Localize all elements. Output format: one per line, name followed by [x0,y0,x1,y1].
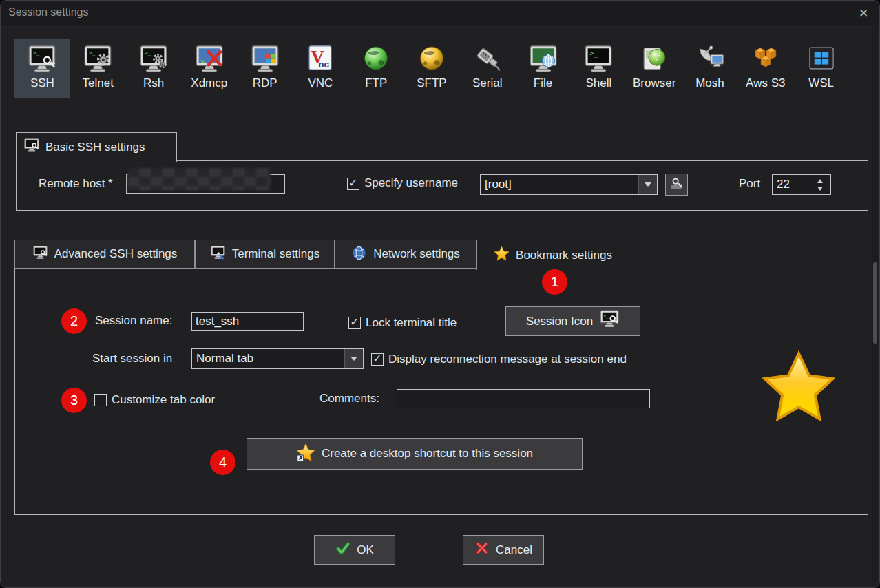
shell-icon: >_ [583,44,614,75]
session-type-label: RDP [253,76,277,90]
svg-text:>_: >_ [590,49,599,58]
vnc-icon: Vnc [304,44,336,75]
rdp-icon [249,44,281,75]
session-type-ftp[interactable]: FTP [348,39,404,98]
session-type-label: File [534,76,552,90]
session-type-rsh[interactable]: >_ Rsh [126,39,182,98]
tab-advanced-ssh-settings[interactable]: Advanced SSH settings [14,240,195,269]
ssh-icon: >_ [26,44,58,75]
session-type-wsl[interactable]: WSL [793,39,849,98]
tab-network-settings[interactable]: Network settings [335,240,476,269]
browser-icon [638,44,670,75]
session-type-label: Mosh [695,76,724,90]
bookmark-settings-panel [14,269,868,515]
session-type-label: Rsh [143,76,164,90]
tab-terminal-settings[interactable]: Terminal settings [195,240,335,269]
tab-label: Terminal settings [232,247,320,261]
session-type-telnet[interactable]: >_ Telnet [70,39,126,98]
session-settings-dialog: Session settings ✕ >_ SSH >_ Telnet >_ R… [0,0,880,588]
session-type-sftp[interactable]: SFTP [404,39,460,98]
ok-check-icon [335,540,350,559]
close-icon[interactable]: ✕ [852,3,875,23]
session-type-label: Shell [585,76,611,90]
session-type-browser[interactable]: Browser [627,39,682,98]
session-type-file[interactable]: File [515,39,571,98]
session-type-vnc[interactable]: Vnc VNC [293,39,348,98]
basic-ssh-settings-tab[interactable]: Basic SSH settings [16,132,177,162]
session-type-label: Xdmcp [191,76,227,90]
session-type-serial[interactable]: Serial [459,39,515,98]
session-type-label: FTP [365,76,387,90]
star-icon [494,246,510,264]
session-type-label: SFTP [417,76,446,90]
cancel-button[interactable]: Cancel [463,535,544,565]
xdmcp-icon [193,44,225,75]
ssh-mini-icon [23,138,40,157]
svg-text:>_: >_ [145,50,151,56]
tab-label: Advanced SSH settings [54,247,178,261]
session-type-awss3[interactable]: Aws S3 [737,39,793,98]
svg-text:>_: >_ [33,50,40,56]
callout-badge-4: 4 [210,450,235,475]
session-type-label: SSH [30,76,54,90]
session-type-rdp[interactable]: RDP [237,39,293,98]
session-type-label: Aws S3 [746,76,785,90]
svg-text:>_: >_ [89,50,96,56]
ok-button[interactable]: OK [314,535,395,565]
session-type-shell[interactable]: >_ Shell [571,39,627,98]
tab-label: Bookmark settings [516,249,612,262]
session-type-label: WSL [808,76,834,90]
terminal-settings-icon [210,245,226,264]
cancel-x-icon [474,540,490,559]
tab-label: Network settings [373,247,460,261]
telnet-icon: >_ [82,44,114,75]
session-type-xdmcp[interactable]: Xdmcp [181,39,237,98]
ok-label: OK [357,543,374,557]
callout-badge-1: 1 [542,269,567,295]
tab-bookmark-settings[interactable]: Bookmark settings [476,240,629,270]
wsl-icon [806,44,837,75]
session-type-mosh[interactable]: Mosh [682,39,738,98]
rsh-icon: >_ [138,44,169,75]
sftp-icon [416,44,448,75]
session-type-ssh[interactable]: >_ SSH [14,39,70,98]
mosh-icon [694,44,726,75]
file-icon [527,44,559,75]
scrollbar-thumb[interactable] [873,262,877,344]
serial-icon [472,44,503,75]
callout-badge-3: 3 [61,388,87,413]
globe-icon [351,245,367,264]
aws-s3-icon [750,44,782,75]
svg-text:nc: nc [319,59,330,70]
session-type-label: Browser [633,76,675,90]
title-bar: Session settings ✕ [1,1,879,25]
callout-badge-2: 2 [61,308,87,334]
ftp-icon [360,44,392,75]
ssh-mini-icon [32,245,48,264]
session-type-label: Serial [472,76,502,90]
cancel-label: Cancel [496,543,532,557]
basic-tab-label: Basic SSH settings [45,140,145,154]
remote-host-redaction [127,168,271,191]
session-type-row: >_ SSH >_ Telnet >_ Rsh Xdmcp RDP Vnc VN… [14,39,849,98]
session-type-label: VNC [308,76,333,90]
session-type-label: Telnet [83,76,114,90]
dialog-title: Session settings [8,6,89,19]
